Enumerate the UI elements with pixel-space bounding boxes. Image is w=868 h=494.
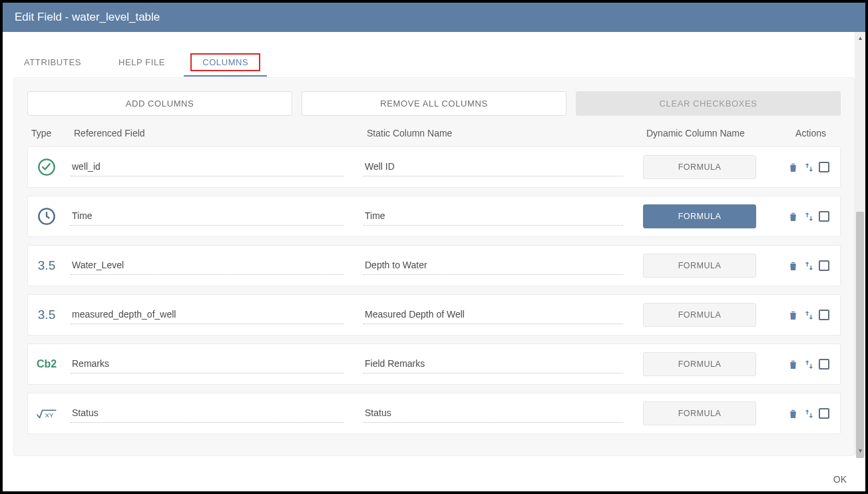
referenced-field-input[interactable]: measured_depth_of_well xyxy=(71,306,343,324)
scroll-up-icon[interactable]: ▴ xyxy=(855,32,865,43)
reorder-icon[interactable] xyxy=(803,358,815,370)
formula-button[interactable]: FORMULA xyxy=(643,204,756,228)
header-referenced: Referenced Field xyxy=(74,128,367,138)
type-icon xyxy=(36,206,71,227)
reorder-icon[interactable] xyxy=(803,161,815,173)
row-checkbox[interactable] xyxy=(819,310,829,320)
header-type: Type xyxy=(31,128,74,138)
static-column-name-input[interactable]: Field Remarks xyxy=(363,356,623,373)
delete-icon[interactable] xyxy=(787,309,799,321)
content-area: ATTRIBUTES HELP FILE COLUMNS ADD COLUMNS… xyxy=(3,32,865,491)
row-checkbox[interactable] xyxy=(819,408,829,419)
referenced-field-input[interactable]: well_id xyxy=(71,158,343,176)
formula-button[interactable]: FORMULA xyxy=(643,303,756,327)
dialog-title: Edit Field - water_level_table xyxy=(3,3,865,32)
type-icon: Cb2 xyxy=(36,354,71,375)
row-actions xyxy=(769,210,829,222)
edit-field-dialog: Edit Field - water_level_table ATTRIBUTE… xyxy=(3,3,865,491)
row-actions xyxy=(769,161,829,173)
reorder-icon[interactable] xyxy=(803,309,815,321)
static-column-name-input[interactable]: Status xyxy=(363,405,623,423)
delete-icon[interactable] xyxy=(787,358,799,370)
static-column-name-input[interactable]: Measured Depth of Well xyxy=(363,306,623,324)
static-column-name-input[interactable]: Time xyxy=(363,208,623,226)
clear-checkboxes-button: CLEAR CHECKBOXES xyxy=(576,91,841,116)
referenced-field-input[interactable]: Water_Level xyxy=(71,257,343,275)
ok-button[interactable]: OK xyxy=(833,474,847,485)
reorder-icon[interactable] xyxy=(803,260,815,272)
table-header-row: Type Referenced Field Static Column Name… xyxy=(27,128,841,146)
formula-button[interactable]: FORMULA xyxy=(643,352,756,376)
row-checkbox[interactable] xyxy=(819,359,829,370)
row-checkbox[interactable] xyxy=(819,211,829,222)
referenced-field-input[interactable]: Remarks xyxy=(71,356,343,373)
row-checkbox[interactable] xyxy=(819,162,829,172)
row-actions xyxy=(769,358,829,370)
row-actions xyxy=(769,407,829,419)
formula-button[interactable]: FORMULA xyxy=(643,254,756,278)
referenced-field-input[interactable]: Time xyxy=(71,208,343,226)
columns-panel: ADD COLUMNS REMOVE ALL COLUMNS CLEAR CHE… xyxy=(13,77,855,456)
svg-text:XY: XY xyxy=(45,411,54,419)
static-column-name-input[interactable]: Well ID xyxy=(363,158,623,176)
tab-columns[interactable]: COLUMNS xyxy=(184,51,267,77)
reorder-icon[interactable] xyxy=(803,210,815,222)
formula-button[interactable]: FORMULA xyxy=(643,155,756,179)
row-checkbox[interactable] xyxy=(819,260,829,271)
referenced-field-input[interactable]: Status xyxy=(71,405,343,423)
scroll-thumb[interactable] xyxy=(856,212,864,458)
table-row: TimeTimeFORMULA xyxy=(27,196,841,237)
delete-icon[interactable] xyxy=(787,260,799,272)
delete-icon[interactable] xyxy=(787,407,799,419)
vertical-scrollbar[interactable]: ▴ ▾ xyxy=(855,32,865,455)
formula-button[interactable]: FORMULA xyxy=(643,401,756,425)
panel-toolbar: ADD COLUMNS REMOVE ALL COLUMNS CLEAR CHE… xyxy=(27,91,841,116)
remove-all-columns-button[interactable]: REMOVE ALL COLUMNS xyxy=(302,91,566,116)
delete-icon[interactable] xyxy=(787,210,799,222)
tab-help-file[interactable]: HELP FILE xyxy=(100,51,184,77)
type-icon: XY xyxy=(36,403,71,424)
tab-bar: ATTRIBUTES HELP FILE COLUMNS xyxy=(13,32,855,77)
type-icon: 3.5 xyxy=(36,304,71,326)
reorder-icon[interactable] xyxy=(803,407,815,419)
header-dynamic: Dynamic Column Name xyxy=(646,128,773,138)
delete-icon[interactable] xyxy=(787,161,799,173)
header-static: Static Column Name xyxy=(367,128,646,138)
tab-attributes[interactable]: ATTRIBUTES xyxy=(21,51,100,77)
table-row: well_idWell IDFORMULA xyxy=(27,146,841,188)
table-row: 3.5measured_depth_of_wellMeasured Depth … xyxy=(27,294,841,336)
table-row: Cb2RemarksField RemarksFORMULA xyxy=(27,344,841,385)
type-icon: 3.5 xyxy=(36,255,71,276)
header-actions: Actions xyxy=(773,128,826,138)
row-actions xyxy=(769,260,829,272)
row-actions xyxy=(769,309,829,321)
add-columns-button[interactable]: ADD COLUMNS xyxy=(27,91,292,116)
scroll-down-icon[interactable]: ▾ xyxy=(855,445,865,455)
static-column-name-input[interactable]: Depth to Water xyxy=(363,257,623,275)
type-icon xyxy=(36,156,71,178)
table-row: XYStatusStatusFORMULA xyxy=(27,393,841,434)
table-row: 3.5Water_LevelDepth to WaterFORMULA xyxy=(27,245,841,286)
